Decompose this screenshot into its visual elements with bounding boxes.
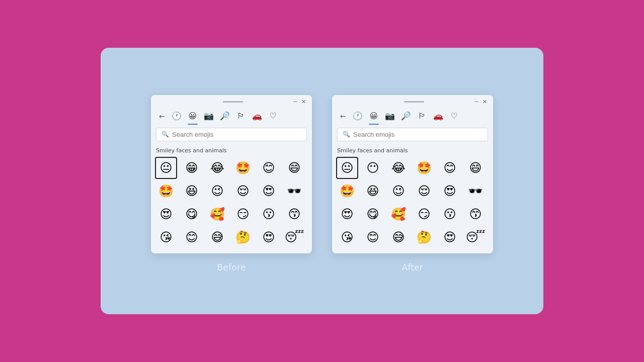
after-search-box[interactable]: 🔍 [337, 128, 488, 141]
after-nav-flag[interactable]: 🏳 [415, 109, 430, 124]
before-emoji-4[interactable]: 😊 [258, 157, 280, 179]
after-emoji-19[interactable]: 😊 [362, 226, 384, 248]
before-nav: ← 🕐 😀 📷 🔎 🏳 🚗 ♡ [151, 107, 312, 124]
before-emoji-12[interactable]: 😍 [155, 203, 177, 225]
before-nav-recent[interactable]: 🕐 [169, 109, 184, 124]
before-back-btn[interactable]: ← [156, 110, 168, 122]
before-emoji-19[interactable]: 😊 [181, 226, 203, 248]
before-emoji-8[interactable]: 😉 [206, 180, 228, 202]
before-emoji-13[interactable]: 😋 [181, 203, 203, 225]
before-nav-car[interactable]: 🚗 [250, 109, 265, 124]
before-emoji-16[interactable]: 😗 [258, 203, 280, 225]
before-emoji-grid: 😐 😁 😂 🤩 😊 😄 🤩 😆 😉 😌 😍 🕶️ 😍 😋 🥰 😏 😗 😙 [151, 157, 312, 253]
before-search-icon: 🔍 [162, 131, 169, 138]
after-nav-search[interactable]: 🔎 [398, 109, 414, 124]
labels-row: Before After [121, 262, 523, 273]
before-search-input[interactable] [172, 131, 301, 138]
after-emoji-16[interactable]: 😗 [439, 203, 461, 225]
after-back-btn[interactable]: ← [337, 110, 349, 122]
panels-row: ─ ✕ ← 🕐 😀 📷 🔎 🏳 🚗 ♡ 🔍 Smile [151, 95, 493, 253]
outer-container: ─ ✕ ← 🕐 😀 📷 🔎 🏳 🚗 ♡ 🔍 Smile [101, 48, 543, 314]
before-emoji-6[interactable]: 🤩 [155, 180, 177, 202]
before-emoji-14[interactable]: 🥰 [206, 203, 228, 225]
after-emoji-3[interactable]: 🤩 [413, 157, 435, 179]
after-nav-camera[interactable]: 📷 [382, 109, 397, 124]
after-emoji-1[interactable]: 😶 [362, 157, 384, 179]
after-section-title: Smiley faces and animals [332, 145, 493, 157]
before-nav-heart[interactable]: ♡ [266, 109, 281, 124]
before-emoji-20[interactable]: 😅 [206, 226, 228, 248]
after-emoji-23[interactable]: 😴 [464, 226, 487, 248]
before-panel: ─ ✕ ← 🕐 😀 📷 🔎 🏳 🚗 ♡ 🔍 Smile [151, 95, 312, 253]
before-nav-smiley[interactable]: 😀 [185, 109, 200, 124]
after-nav-recent[interactable]: 🕐 [350, 109, 365, 124]
before-emoji-21[interactable]: 🤔 [232, 226, 254, 248]
after-nav-smiley[interactable]: 😀 [366, 109, 381, 124]
after-emoji-0[interactable]: 😐 [336, 157, 358, 179]
before-emoji-7[interactable]: 😆 [181, 180, 203, 202]
before-emoji-3[interactable]: 🤩 [232, 157, 254, 179]
after-emoji-grid: 😐 😶 😂 🤩 😊 😄 🤩 😆 😉 😌 😍 🕶️ 😍 😋 🥰 😏 😗 😙 [332, 157, 493, 253]
after-titlebar-controls: ─ ✕ [474, 99, 487, 105]
after-emoji-14[interactable]: 🥰 [387, 203, 410, 225]
after-emoji-20[interactable]: 😅 [387, 226, 410, 248]
before-emoji-11[interactable]: 🕶️ [283, 180, 305, 202]
after-emoji-12[interactable]: 😍 [336, 203, 358, 225]
before-nav-camera[interactable]: 📷 [201, 109, 216, 124]
before-emoji-23[interactable]: 😴 [283, 226, 305, 248]
before-emoji-10[interactable]: 😍 [258, 180, 280, 202]
before-search-box[interactable]: 🔍 [156, 128, 307, 141]
before-emoji-17[interactable]: 😙 [283, 203, 305, 225]
after-titlebar: ─ ✕ [332, 95, 493, 107]
after-emoji-4[interactable]: 😊 [439, 157, 461, 179]
after-emoji-6[interactable]: 🤩 [336, 180, 358, 202]
before-close-btn[interactable]: ✕ [301, 99, 306, 105]
after-search-icon: 🔍 [343, 131, 350, 138]
before-nav-flag[interactable]: 🏳 [233, 109, 249, 124]
before-titlebar: ─ ✕ [151, 95, 312, 107]
before-drag-handle [172, 101, 293, 103]
before-section-title: Smiley faces and animals [151, 145, 312, 157]
before-label: Before [151, 262, 312, 273]
before-emoji-18[interactable]: 😘 [155, 226, 177, 248]
before-emoji-22[interactable]: 😍 [258, 226, 280, 248]
after-emoji-2[interactable]: 😂 [387, 157, 410, 179]
after-nav-car[interactable]: 🚗 [431, 109, 446, 124]
before-nav-search[interactable]: 🔎 [217, 109, 232, 124]
after-emoji-9[interactable]: 😌 [413, 180, 435, 202]
after-emoji-13[interactable]: 😋 [362, 203, 384, 225]
before-emoji-15[interactable]: 😏 [232, 203, 254, 225]
after-label: After [332, 262, 493, 273]
before-emoji-1[interactable]: 😁 [181, 157, 203, 179]
after-emoji-11[interactable]: 🕶️ [464, 180, 487, 202]
after-emoji-21[interactable]: 🤔 [413, 226, 435, 248]
after-emoji-10[interactable]: 😍 [439, 180, 461, 202]
after-emoji-18[interactable]: 😘 [336, 226, 358, 248]
after-panel: ─ ✕ ← 🕐 😀 📷 🔎 🏳 🚗 ♡ 🔍 Smile [332, 95, 493, 253]
after-drag-handle [353, 101, 474, 103]
after-nav-heart[interactable]: ♡ [447, 109, 462, 124]
after-emoji-5[interactable]: 😄 [464, 157, 487, 179]
before-emoji-9[interactable]: 😌 [232, 180, 254, 202]
after-minimize-btn[interactable]: ─ [474, 99, 478, 105]
after-search: 🔍 [332, 124, 493, 145]
before-search: 🔍 [151, 124, 312, 145]
after-close-btn[interactable]: ✕ [482, 99, 487, 105]
after-emoji-22[interactable]: 😍 [439, 226, 461, 248]
after-search-input[interactable] [353, 131, 482, 138]
before-emoji-5[interactable]: 😄 [283, 157, 305, 179]
before-minimize-btn[interactable]: ─ [293, 99, 297, 105]
before-emoji-2[interactable]: 😂 [206, 157, 228, 179]
after-emoji-8[interactable]: 😉 [387, 180, 410, 202]
before-titlebar-controls: ─ ✕ [293, 99, 306, 105]
after-emoji-17[interactable]: 😙 [464, 203, 487, 225]
after-emoji-15[interactable]: 😏 [413, 203, 435, 225]
after-emoji-7[interactable]: 😆 [362, 180, 384, 202]
after-nav: ← 🕐 😀 📷 🔎 🏳 🚗 ♡ [332, 107, 493, 124]
before-emoji-0[interactable]: 😐 [155, 157, 177, 179]
